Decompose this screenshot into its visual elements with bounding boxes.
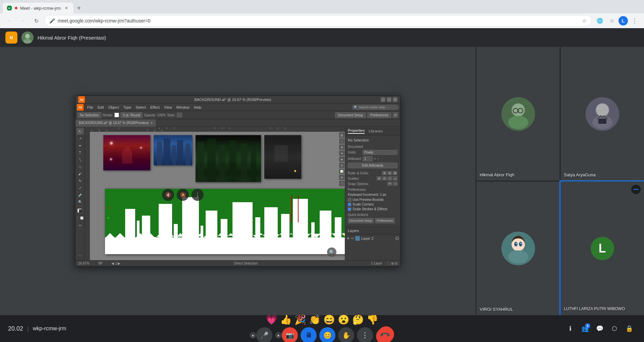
- cam-btn[interactable]: 📷: [282, 327, 298, 342]
- ai-tool-rotate[interactable]: ↻: [76, 177, 84, 184]
- ai-zoom-icon[interactable]: 🔍: [327, 247, 336, 257]
- ai-tool-direct[interactable]: ↗: [76, 135, 84, 142]
- ai-use-preview-cb[interactable]: [348, 198, 351, 202]
- nav-refresh-btn[interactable]: ↻: [31, 15, 42, 26]
- ai-qa-docsetup[interactable]: Document Setup: [348, 218, 374, 223]
- ai-file-tab-close[interactable]: ×: [151, 121, 153, 125]
- ai-minimize-btn[interactable]: −: [381, 97, 385, 102]
- ai-tool-select[interactable]: ↖: [76, 128, 84, 135]
- ai-search-bar[interactable]: 🔍 Search Adobe Help: [352, 105, 399, 110]
- ai-tool-zoom[interactable]: 🔍: [76, 198, 84, 205]
- ai-panel-icon2[interactable]: ⬚: [339, 138, 344, 144]
- end-call-btn[interactable]: 📞: [373, 323, 397, 342]
- ai-panel-icon8[interactable]: ⊟: [339, 175, 344, 180]
- reaction-wow[interactable]: 😮: [338, 314, 350, 325]
- reaction-party[interactable]: 🎉: [294, 314, 306, 325]
- browser-menu-icon[interactable]: ⋮: [629, 15, 640, 26]
- canvas-more[interactable]: ⋮: [192, 189, 204, 201]
- browser-tab-active[interactable]: M Meet - wkp-rcmw-jrm ✕: [3, 3, 73, 13]
- ai-panel-icon6[interactable]: ⊡: [339, 163, 344, 168]
- ai-units-select[interactable]: Pixels: [363, 150, 397, 155]
- ai-stroke-width[interactable]: 5 pt. Round: [120, 112, 143, 118]
- people-btn[interactable]: 👥 5: [578, 322, 592, 335]
- more-options-btn[interactable]: ⋮: [357, 327, 373, 342]
- ai-edit-artboards-btn[interactable]: Edit Artboards: [348, 163, 397, 168]
- safety-btn[interactable]: 🔒: [623, 322, 636, 335]
- ai-tool-line[interactable]: ╲: [76, 156, 84, 163]
- reaction-think[interactable]: 🤔: [352, 314, 364, 325]
- mic-btn[interactable]: 🎤: [256, 327, 272, 342]
- ai-tool-more[interactable]: ⋯: [76, 252, 84, 259]
- ai-tool-type[interactable]: T: [76, 149, 84, 156]
- reaction-thumbsup[interactable]: 👍: [280, 314, 292, 325]
- tab-close-btn[interactable]: ✕: [63, 5, 69, 11]
- ai-menu-select[interactable]: Select: [133, 105, 148, 110]
- ai-tool-brush[interactable]: 🖌: [76, 170, 84, 177]
- ai-tool-eyedropper[interactable]: 💉: [76, 191, 84, 198]
- ai-layer-row[interactable]: 👁 ✏ Layer 2: [345, 234, 400, 242]
- nav-back-btn[interactable]: ←: [4, 15, 15, 26]
- cam-chevron-btn[interactable]: ▲: [275, 332, 282, 339]
- ai-panel-icon4[interactable]: ★: [339, 151, 344, 156]
- ai-tool-pen[interactable]: ✒: [76, 142, 84, 149]
- ai-props-tab-libraries[interactable]: Libraries: [369, 129, 383, 133]
- ai-prefs-btn[interactable]: Preferences: [367, 112, 391, 118]
- address-bar[interactable]: 🎤 meet.google.com/wkp-rcmw-jrm?authuser=…: [44, 15, 592, 26]
- translate-icon[interactable]: 🌐: [594, 15, 605, 26]
- ai-panel-icon5[interactable]: ◈: [339, 157, 344, 162]
- ai-snap-btn2[interactable]: ⊣: [393, 182, 397, 186]
- ai-ruler-btn1[interactable]: ⊞: [382, 171, 387, 175]
- ai-guide-btn4[interactable]: △: [393, 176, 397, 180]
- mic-chevron-btn[interactable]: ▲: [250, 332, 256, 339]
- ai-maximize-btn[interactable]: □: [387, 97, 391, 102]
- ai-ruler-btn3[interactable]: ⊠: [393, 171, 397, 175]
- ai-tool-fill[interactable]: [76, 208, 84, 214]
- chat-btn[interactable]: 💬: [593, 322, 606, 335]
- present-btn[interactable]: 🖥: [301, 327, 317, 342]
- ai-doc-setup-btn[interactable]: Document Setup: [335, 112, 366, 118]
- ai-guide-btn2[interactable]: ⊡: [382, 176, 387, 180]
- new-tab-btn[interactable]: +: [74, 3, 84, 13]
- emoji-btn[interactable]: 😊: [319, 327, 335, 342]
- ai-artboard-select[interactable]: 1: [363, 156, 373, 161]
- ai-menu-edit[interactable]: Edit: [96, 105, 106, 110]
- ai-menu-effect[interactable]: Effect: [148, 105, 162, 110]
- ai-tool-scale[interactable]: ⤢: [76, 184, 84, 191]
- bookmark-icon[interactable]: ☆: [606, 15, 617, 26]
- ai-panel-icon7[interactable]: 📊: [339, 169, 344, 174]
- reaction-clap[interactable]: 👏: [309, 314, 321, 325]
- canvas-mute-sound[interactable]: 🔕: [177, 189, 189, 201]
- ai-file-tab[interactable]: BACKGROUND.ai* @ 16.67 % (RGB/Preview) ×: [75, 119, 156, 127]
- ai-panel-icon1[interactable]: ▥: [339, 132, 344, 138]
- nav-forward-btn[interactable]: →: [17, 15, 28, 26]
- reaction-heart[interactable]: 💗: [266, 314, 277, 325]
- reaction-thumbsdown[interactable]: 👎: [367, 314, 378, 325]
- ai-props-tab-properties[interactable]: Properties: [348, 128, 365, 134]
- ai-menu-object[interactable]: Object: [106, 105, 121, 110]
- canvas-mute-mic[interactable]: 🔇: [162, 189, 174, 201]
- ai-guide-btn3[interactable]: ⬡: [387, 176, 392, 180]
- profile-avatar[interactable]: L: [619, 16, 628, 25]
- ai-guide-btn1[interactable]: ⊞: [377, 176, 381, 180]
- ai-qa-prefs[interactable]: Preferences: [375, 218, 395, 223]
- ai-scale-strokes-cb[interactable]: ✓: [348, 208, 351, 211]
- ai-menu-ai[interactable]: Ai: [77, 104, 84, 111]
- ai-menu-window[interactable]: Window: [174, 105, 192, 110]
- activities-btn[interactable]: ⬡: [608, 322, 621, 335]
- ai-menu-view[interactable]: View: [162, 105, 174, 110]
- ai-tool-swatches[interactable]: ⬛⬜: [76, 215, 84, 221]
- participant-more-luthfi[interactable]: •••: [631, 185, 641, 194]
- ai-panel-icon3[interactable]: ⊞: [339, 145, 344, 150]
- ai-scale-corners-cb[interactable]: ✓: [348, 203, 351, 206]
- ai-close-btn[interactable]: ×: [393, 97, 397, 102]
- ai-tool-screen-mode[interactable]: ▭: [76, 222, 84, 228]
- raise-hand-btn[interactable]: ✋: [338, 327, 354, 342]
- ai-panel-icon9[interactable]: ⬡: [339, 181, 344, 186]
- reaction-laugh[interactable]: 😄: [323, 314, 335, 325]
- ai-menu-help[interactable]: Help: [192, 105, 204, 110]
- ai-snap-btn1[interactable]: ⊢: [387, 182, 392, 186]
- ai-ruler-btn2[interactable]: ⊟: [387, 171, 392, 175]
- ai-menu-type[interactable]: Type: [121, 105, 133, 110]
- ai-menu-file[interactable]: File: [85, 105, 95, 110]
- info-btn[interactable]: ℹ: [564, 322, 577, 335]
